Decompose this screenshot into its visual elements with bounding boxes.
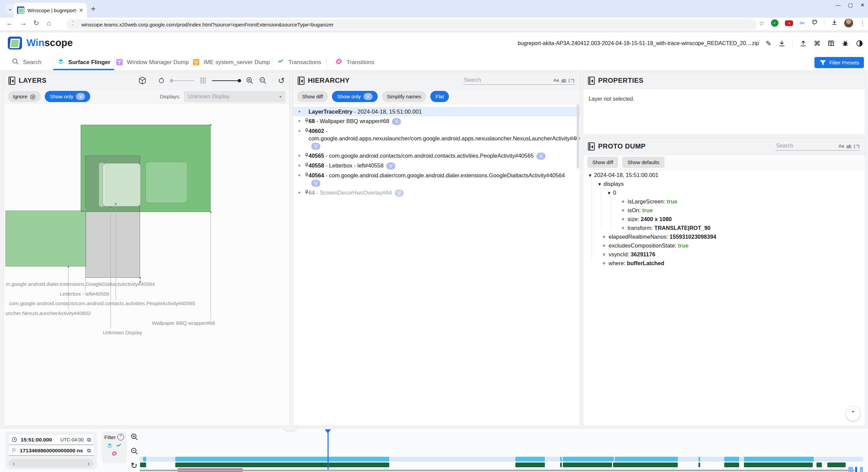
transactions-row-segment[interactable]	[827, 463, 846, 467]
proto-property[interactable]: size: 2400 x 1080	[588, 215, 862, 223]
extensions-puzzle-icon[interactable]	[811, 19, 818, 27]
match-regex-icon[interactable]: (.*)	[854, 143, 860, 149]
tab-transactions[interactable]: Transactions	[272, 54, 327, 70]
filter-presets-button[interactable]: Filter Presets	[814, 57, 864, 68]
pin-icon[interactable]	[304, 162, 310, 170]
pin-icon[interactable]	[304, 118, 310, 125]
scrollbar-marker[interactable]	[848, 467, 853, 472]
transactions-row-segment[interactable]	[698, 463, 700, 467]
proto-show-diff-button[interactable]: Show diff	[587, 157, 618, 168]
timeline-cursor-line[interactable]	[328, 432, 329, 470]
copy-ns-icon[interactable]: ⧉	[87, 448, 91, 454]
visibility-chip[interactable]: V	[536, 153, 546, 160]
tab-window-manager-dump[interactable]: Window Manager Dump	[114, 54, 191, 70]
collapse-panel-icon[interactable]	[8, 77, 15, 85]
proto-show-defaults-button[interactable]: Show defaults	[622, 157, 664, 168]
layer-rect[interactable]	[145, 162, 188, 203]
scrollbar-marker[interactable]	[860, 467, 863, 472]
current-time-field[interactable]: 15:51:00.000 UTC-04:00 ⧉	[9, 435, 94, 445]
simplify-names-button[interactable]: Simplify names	[382, 91, 427, 102]
surface-flinger-row-segment[interactable]	[724, 457, 739, 461]
extension-check-icon[interactable]: ✓	[771, 19, 778, 27]
surface-flinger-row-segment[interactable]	[563, 457, 614, 461]
window-maximize-icon[interactable]: ▢	[848, 2, 853, 8]
surface-flinger-row-segment[interactable]	[175, 457, 389, 461]
scrollbar-marker[interactable]	[855, 467, 857, 472]
scroll-to-top-button[interactable]: ⌃	[846, 407, 860, 421]
hierarchy-tree-item[interactable]: 64 - ScreenDecorHwcOverlay#64V	[293, 188, 580, 198]
flat-button[interactable]: Flat	[430, 91, 449, 102]
pin-icon[interactable]	[304, 172, 310, 179]
url-bar[interactable]: winscope.teams.x20web.corp.google.com/pr…	[66, 19, 757, 29]
transitions-filter-icon[interactable]	[111, 450, 118, 457]
zoom-out-icon[interactable]	[259, 77, 267, 84]
transactions-row-segment[interactable]	[563, 463, 612, 467]
current-ns-field[interactable]: ⚐ 1713469860000000000 ns ⧉	[9, 446, 94, 456]
forward-icon[interactable]: →	[20, 19, 27, 27]
timeline-zoom-out-icon[interactable]	[131, 447, 138, 457]
surface-flinger-row-segment[interactable]	[515, 457, 545, 461]
timeline-track-area[interactable]	[140, 428, 868, 472]
zoom-in-icon[interactable]	[246, 77, 254, 84]
tab-transitions[interactable]: Transitions	[327, 54, 383, 70]
timeline-reset-zoom-icon[interactable]: ↻	[131, 461, 137, 470]
rotation-slider[interactable]	[171, 80, 194, 81]
show-only-button[interactable]: Show only V	[45, 91, 90, 102]
expand-arrow-icon[interactable]: ▼	[597, 180, 604, 189]
hierarchy-tree-item[interactable]: 40602 - com.google.android.apps.nexuslau…	[293, 126, 580, 151]
downloads-icon[interactable]	[831, 19, 838, 27]
shortcuts-icon[interactable]: ⌘	[814, 39, 821, 47]
match-case-icon[interactable]: Aa	[553, 78, 559, 83]
proto-property[interactable]: isOn: true	[588, 206, 862, 215]
tab-close-icon[interactable]: ✕	[79, 7, 83, 14]
proto-node[interactable]: ▼displays	[588, 179, 862, 188]
tab-ime-system_server-dump[interactable]: IME system_server Dump	[191, 54, 272, 70]
browser-menu-icon[interactable]: ⋮	[860, 20, 865, 27]
proto-node[interactable]: ▼2024-04-18, 15:51:00.001	[588, 171, 862, 179]
hierarchy-search-input[interactable]	[464, 77, 550, 83]
transactions-row-segment[interactable]	[515, 463, 545, 467]
bookmark-star-icon[interactable]: ☆	[759, 19, 765, 27]
spacing-slider[interactable]	[212, 80, 240, 81]
tab-surface-flinger[interactable]: Surface Flinger	[53, 54, 114, 70]
visibility-chip[interactable]: V	[386, 162, 395, 170]
report-bug-icon[interactable]	[842, 40, 849, 47]
timeline-scrollbar[interactable]	[140, 470, 854, 471]
surface-flinger-row-segment[interactable]	[615, 457, 678, 461]
proto-node[interactable]: ▼0	[588, 188, 862, 197]
reload-icon[interactable]: ↻	[33, 19, 39, 27]
proto-property[interactable]: vsyncId: 36291176	[588, 250, 862, 259]
match-word-icon[interactable]: ab	[846, 143, 851, 149]
3d-view-icon[interactable]	[138, 76, 146, 85]
tab-search[interactable]: Search	[0, 54, 53, 70]
visibility-chip[interactable]: V	[392, 118, 401, 125]
show-diff-button[interactable]: Show diff	[297, 91, 328, 102]
proto-property[interactable]: isLargeScreen: true	[588, 197, 862, 206]
collapse-panel-icon[interactable]	[298, 77, 304, 85]
proto-property[interactable]: transform: TRANSLATE|ROT_90	[588, 223, 862, 232]
profile-avatar[interactable]	[844, 19, 853, 27]
dark-mode-icon[interactable]	[856, 40, 863, 47]
proto-search-input[interactable]	[776, 143, 835, 149]
match-case-icon[interactable]: Aa	[839, 143, 844, 149]
match-word-icon[interactable]: ab	[561, 78, 566, 83]
expand-arrow-icon[interactable]: ▼	[588, 171, 594, 180]
visibility-chip[interactable]: V	[395, 190, 404, 197]
window-close-icon[interactable]: ✕	[860, 2, 865, 8]
timeline-expand-handle[interactable]	[284, 428, 297, 431]
layer-rect[interactable]	[103, 163, 141, 206]
pin-icon[interactable]	[304, 189, 310, 197]
transactions-row-segment[interactable]	[744, 463, 813, 467]
collapse-filter-icon[interactable]: ⌃	[117, 434, 124, 440]
collapse-panel-icon[interactable]	[588, 142, 595, 151]
transactions-row-segment[interactable]	[140, 463, 146, 467]
displays-dropdown[interactable]: Unknown Display ▾	[184, 91, 285, 102]
reset-view-icon[interactable]: ↺	[278, 76, 285, 85]
layer-rect[interactable]	[5, 211, 86, 267]
proto-property[interactable]: where: bufferLatched	[588, 259, 862, 268]
pin-icon[interactable]	[304, 152, 310, 160]
transactions-filter-icon[interactable]	[116, 442, 122, 449]
site-settings-icon[interactable]	[72, 22, 77, 27]
hierarchy-tree-item[interactable]: 68 - Wallpaper BBQ wrapper#68V	[293, 116, 580, 126]
hierarchy-scrollbar[interactable]	[577, 104, 579, 169]
